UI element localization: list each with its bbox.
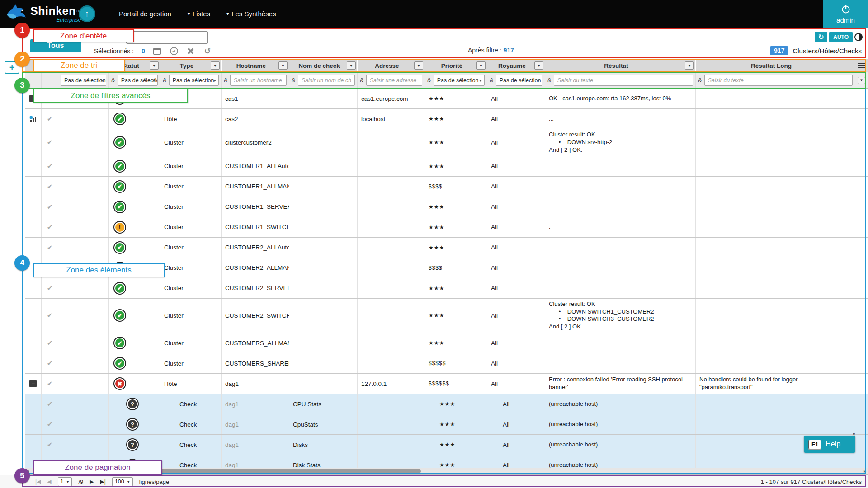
- help-close-icon[interactable]: ×: [852, 431, 856, 437]
- per-page-select[interactable]: 100▼: [112, 477, 133, 486]
- cell-row-checkbox[interactable]: ✔: [42, 299, 58, 333]
- cell-row-checkbox[interactable]: ✔: [42, 353, 58, 373]
- auto-refresh-button[interactable]: AUTO: [829, 32, 853, 42]
- cell-row-checkbox[interactable]: ✔: [42, 394, 58, 414]
- filter-priorite-select[interactable]: Pas de sélection: [434, 75, 485, 86]
- cell-row-checkbox[interactable]: ✔: [42, 156, 58, 176]
- cell-expander[interactable]: [25, 197, 42, 217]
- scroll-top-button[interactable]: ↑: [79, 5, 95, 22]
- cell-expander[interactable]: [25, 177, 42, 197]
- sort-caret-icon[interactable]: ▼: [414, 61, 423, 70]
- cell-row-checkbox[interactable]: ✔: [42, 238, 58, 258]
- menu-item-portail[interactable]: Portail de gestion: [113, 5, 177, 22]
- cell-expander[interactable]: [25, 414, 42, 434]
- page-select[interactable]: 1▼: [58, 477, 72, 486]
- filter-check-input[interactable]: [298, 75, 355, 86]
- first-page-button[interactable]: |◀: [35, 479, 41, 485]
- sort-caret-icon[interactable]: ▼: [278, 61, 288, 70]
- cell-row-checkbox[interactable]: ✔: [42, 374, 58, 394]
- sort-caret-icon[interactable]: ▼: [476, 61, 486, 70]
- cell-expander[interactable]: [25, 435, 42, 455]
- cell-row-checkbox[interactable]: ✔: [42, 278, 58, 298]
- cell-row-checkbox[interactable]: ✔: [42, 414, 58, 434]
- dark-mode-icon[interactable]: [854, 33, 863, 41]
- table-row[interactable]: ✔ ? Check dag1 CPU Stats ★★★ All (unreac…: [25, 394, 868, 414]
- filter-resultat-input[interactable]: [554, 75, 693, 86]
- table-row[interactable]: ✔ ✔ Cluster CUSTOMERS_SHARED $$$$$ All: [25, 353, 868, 374]
- cell-expander[interactable]: [25, 299, 42, 333]
- column-header-type[interactable]: Type▼: [160, 59, 222, 72]
- menu-item-syntheses[interactable]: ▾Les Synthèses: [221, 5, 282, 22]
- sort-caret-icon[interactable]: ▼: [347, 61, 356, 70]
- view-name-input[interactable]: [126, 31, 208, 44]
- cell-resultat: [545, 278, 696, 298]
- cell-row-checkbox[interactable]: ✔: [42, 217, 58, 237]
- cell-hostname: CUSTOMER1_ALLAuto: [222, 156, 289, 176]
- column-header-royaume[interactable]: Royaume▼: [487, 59, 545, 72]
- menu-item-listes[interactable]: ▾Listes: [182, 5, 216, 22]
- help-widget[interactable]: F1 Help: [804, 436, 855, 453]
- sort-caret-icon[interactable]: ▼: [211, 61, 220, 70]
- metrics-icon[interactable]: [29, 115, 37, 123]
- refresh-button[interactable]: ↻: [815, 32, 827, 42]
- next-page-button[interactable]: ▶: [90, 479, 94, 485]
- table-row[interactable]: ✔ ✔ Cluster CUSTOMER1_ALLMANU $$$$ All: [25, 177, 868, 197]
- cell-row-checkbox[interactable]: ✔: [42, 129, 58, 156]
- collapse-icon[interactable]: −: [29, 380, 37, 387]
- cell-expander[interactable]: [25, 353, 42, 373]
- cell-expander[interactable]: [25, 156, 42, 176]
- cell-expander[interactable]: [25, 109, 42, 129]
- sort-caret-icon[interactable]: ▼: [534, 61, 543, 70]
- table-row[interactable]: ✔ ✔ Hôte cas2 localhost ★★★ All ...: [25, 109, 868, 129]
- filter-royaume-select[interactable]: Pas de sélection: [496, 75, 542, 86]
- filter-type-select[interactable]: Pas de sélection: [169, 75, 219, 86]
- sort-caret-icon[interactable]: ▼: [685, 61, 694, 70]
- table-row[interactable]: ✔ ✔ Cluster CUSTOMER1_SERVERS ★★★ All: [25, 197, 868, 217]
- cell-row-checkbox[interactable]: ✔: [42, 177, 58, 197]
- user-menu[interactable]: admin: [823, 0, 868, 28]
- scroll-right-icon[interactable]: ▸: [864, 468, 866, 474]
- cell-expander[interactable]: −: [25, 374, 42, 394]
- table-row[interactable]: ✔ ✔ Cluster CUSTOMER2_SERVERS ★★★ All: [25, 278, 868, 299]
- table-row[interactable]: ✔ ✔ Cluster CUSTOMER1_ALLAuto ★★★ All: [25, 156, 868, 177]
- cell-expander[interactable]: [25, 278, 42, 298]
- cell-row-checkbox[interactable]: ✔: [42, 109, 58, 129]
- cell-expander[interactable]: [25, 238, 42, 258]
- cell-expander[interactable]: [25, 394, 42, 414]
- cell-row-checkbox[interactable]: ✔: [42, 333, 58, 353]
- filter-menu-icon[interactable]: ▼: [858, 77, 865, 84]
- table-row[interactable]: ✔ ? Check dag1 Disks ★★★ All (unreachabl…: [25, 435, 868, 455]
- filter-extra-select[interactable]: Pas de sélection: [61, 75, 106, 86]
- filter-adresse-input[interactable]: [366, 75, 422, 86]
- prev-page-button[interactable]: ◀: [47, 479, 51, 485]
- last-page-button[interactable]: ▶|: [100, 479, 106, 485]
- reset-icon[interactable]: ↺: [203, 47, 212, 56]
- column-header-nom-de-check[interactable]: Nom de check▼: [289, 59, 358, 72]
- column-header-resultat[interactable]: Résultat▼: [545, 59, 696, 72]
- sort-caret-icon[interactable]: ▼: [150, 61, 159, 70]
- table-row[interactable]: ✔ ✔ Cluster CUSTOMER2_SWITCH ★★★ All Clu…: [25, 299, 868, 333]
- column-header-hostname[interactable]: Hostname▼: [222, 59, 289, 72]
- filter-hostname-input[interactable]: [230, 75, 287, 86]
- filter-resultat-long-input[interactable]: [704, 75, 853, 86]
- cell-row-checkbox[interactable]: ✔: [42, 435, 58, 455]
- column-header-resultat-long[interactable]: Résultat Long: [696, 59, 855, 72]
- table-row[interactable]: ✔ ✔ Cluster CUSTOMER2_ALLAuto ★★★ All: [25, 238, 868, 258]
- table-row[interactable]: ✔ ✔ Cluster CUSTOMERS_ALLMANU ★★★ All: [25, 333, 868, 353]
- cell-expander[interactable]: [25, 129, 42, 156]
- table-row[interactable]: ✔ ? Check dag1 CpuStats ★★★ All (unreach…: [25, 414, 868, 435]
- column-header-adresse[interactable]: Adresse▼: [358, 59, 425, 72]
- table-row[interactable]: ✔ ✔ Cluster clustercustomer2 ★★★ All Clu…: [25, 129, 868, 156]
- column-menu-button[interactable]: [855, 59, 868, 72]
- acknowledge-icon[interactable]: ✔: [170, 47, 179, 56]
- calendar-icon[interactable]: [153, 47, 162, 56]
- cell-expander[interactable]: [25, 217, 42, 237]
- table-row[interactable]: − ✔ ✖ Hôte dag1 127.0.0.1 $$$$$$ All Err…: [25, 374, 868, 394]
- column-header-priorite[interactable]: Priorité▼: [425, 59, 487, 72]
- tools-icon[interactable]: [186, 47, 195, 56]
- table-row[interactable]: ✔ ! Cluster CUSTOMER1_SWITCH ★★★ All .: [25, 217, 868, 238]
- cell-royaume: All: [487, 278, 545, 298]
- cell-row-checkbox[interactable]: ✔: [42, 197, 58, 217]
- filter-statut-select[interactable]: Pas de sélection: [118, 75, 158, 86]
- cell-expander[interactable]: [25, 333, 42, 353]
